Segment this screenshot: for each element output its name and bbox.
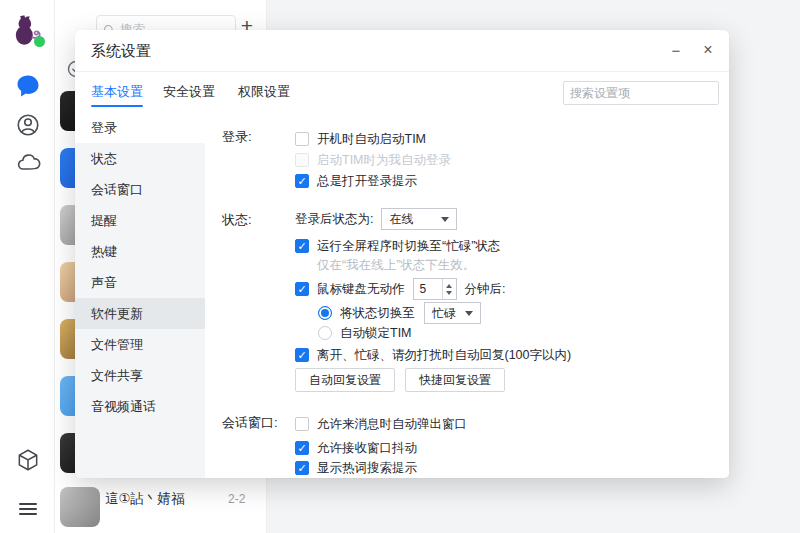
checkbox-auto-popup[interactable]	[295, 417, 309, 431]
row-idle-switch-status: 将状态切换至 忙碌	[318, 301, 481, 325]
status-dropdown[interactable]: 在线	[381, 208, 457, 230]
sidebar-item-login[interactable]: 登录	[75, 112, 205, 143]
app-window: + 這①詀丶婧福 2-2 系统设置 − × 基本设置 安全设置 权限设置	[0, 0, 800, 533]
checkbox-label: 显示热词搜索提示	[317, 460, 417, 477]
auto-reply-settings-button[interactable]: 自动回复设置	[295, 368, 395, 392]
idle-minutes-value: 5	[414, 279, 442, 299]
settings-content: 登录: 开机时自动启动TIM 启动TIM时为我自动登录 总是打开登录提示 状态:…	[205, 112, 729, 478]
arrow-down-icon[interactable]	[446, 291, 452, 295]
checkbox-hot-word[interactable]	[295, 461, 309, 475]
app-box-icon[interactable]	[0, 447, 55, 473]
busy-dropdown[interactable]: 忙碌	[424, 302, 481, 324]
checkbox-fullscreen-busy[interactable]	[295, 239, 309, 253]
online-status-dot	[34, 36, 45, 47]
checkbox-login-prompt[interactable]	[295, 174, 309, 188]
chevron-down-icon	[441, 217, 449, 222]
tab-bar: 基本设置 安全设置 权限设置	[75, 72, 729, 112]
close-button[interactable]: ×	[695, 37, 721, 63]
checkbox-label: 启动TIM时为我自动登录	[317, 152, 451, 169]
sidebar-item-status[interactable]: 状态	[75, 143, 205, 174]
busy-dropdown-value: 忙碌	[432, 305, 456, 322]
user-avatar[interactable]	[9, 11, 47, 49]
row-idle-timeout: 鼠标键盘无动作 5 分钟后:	[295, 277, 505, 301]
checkbox-label: 总是打开登录提示	[317, 173, 417, 190]
cloud-icon[interactable]	[0, 150, 55, 176]
checkbox-label: 允许接收窗口抖动	[317, 440, 417, 457]
arrow-up-icon[interactable]	[446, 284, 452, 288]
app-sidebar	[0, 0, 55, 533]
row-after-login-status: 登录后状态为: 在线	[295, 207, 457, 231]
section-label-login: 登录:	[222, 128, 252, 146]
dialog-title: 系统设置	[91, 42, 151, 61]
settings-dialog: 系统设置 − × 基本设置 安全设置 权限设置 登录 状态 会话窗口 提醒 热键…	[75, 30, 729, 478]
tab-security-settings[interactable]: 安全设置	[163, 72, 215, 112]
radio-switch-status[interactable]	[318, 306, 332, 320]
section-label-status: 状态:	[222, 211, 252, 229]
menu-icon[interactable]	[0, 500, 55, 518]
chevron-down-icon	[465, 311, 473, 316]
contacts-icon[interactable]	[0, 112, 55, 138]
checkbox-label: 允许来消息时自动弹出窗口	[317, 416, 467, 433]
list-item-name[interactable]: 這①詀丶婧福	[105, 490, 185, 508]
row-auto-popup: 允许来消息时自动弹出窗口	[295, 414, 467, 434]
contact-avatar[interactable]	[60, 487, 100, 527]
row-idle-lock: 自动锁定TIM	[318, 323, 412, 343]
tab-permission-settings[interactable]: 权限设置	[238, 72, 290, 112]
settings-nav: 登录 状态 会话窗口 提醒 热键 声音 软件更新 文件管理 文件共享 音视频通话	[75, 112, 205, 478]
checkbox-auto-login[interactable]	[295, 153, 309, 167]
row-auto-start: 开机时自动启动TIM	[295, 129, 426, 149]
idle-prefix-label: 鼠标键盘无动作	[317, 281, 405, 298]
checkbox-label: 运行全屏程序时切换至“忙碌”状态	[317, 238, 500, 255]
row-auto-reply: 离开、忙碌、请勿打扰时自动回复(100字以内)	[295, 345, 571, 365]
helper-text: 仅在“我在线上”状态下生效。	[317, 257, 475, 274]
sidebar-item-hotkey[interactable]: 热键	[75, 236, 205, 267]
list-item-time: 2-2	[228, 492, 245, 506]
row-auto-login: 启动TIM时为我自动登录	[295, 150, 451, 170]
radio-label: 将状态切换至	[340, 305, 415, 322]
row-login-prompt: 总是打开登录提示	[295, 171, 417, 191]
sidebar-item-chat-window[interactable]: 会话窗口	[75, 174, 205, 205]
radio-lock-tim[interactable]	[318, 326, 332, 340]
tab-basic-settings[interactable]: 基本设置	[91, 72, 143, 112]
section-label-chat-window: 会话窗口:	[222, 414, 278, 432]
dialog-body: 登录 状态 会话窗口 提醒 热键 声音 软件更新 文件管理 文件共享 音视频通话…	[75, 112, 729, 478]
settings-search-input[interactable]	[570, 86, 725, 100]
sidebar-item-reminder[interactable]: 提醒	[75, 205, 205, 236]
row-reply-buttons: 自动回复设置 快捷回复设置	[295, 367, 505, 393]
idle-minutes-stepper[interactable]: 5	[413, 278, 457, 300]
row-fullscreen-busy: 运行全屏程序时切换至“忙碌”状态	[295, 236, 500, 256]
messages-icon[interactable]	[0, 72, 55, 100]
checkbox-label: 离开、忙碌、请勿打扰时自动回复(100字以内)	[317, 347, 571, 364]
checkbox-auto-start[interactable]	[295, 132, 309, 146]
checkbox-auto-reply[interactable]	[295, 348, 309, 362]
sidebar-item-av-call[interactable]: 音视频通话	[75, 391, 205, 422]
settings-search-box[interactable]	[563, 81, 719, 105]
checkbox-window-shake[interactable]	[295, 441, 309, 455]
quick-reply-settings-button[interactable]: 快捷回复设置	[405, 368, 505, 392]
minimize-button[interactable]: −	[663, 37, 689, 63]
status-dropdown-value: 在线	[389, 211, 413, 228]
dialog-header: 系统设置 − ×	[75, 30, 729, 72]
checkbox-idle[interactable]	[295, 282, 309, 296]
stepper-arrows[interactable]	[442, 279, 456, 299]
radio-label: 自动锁定TIM	[340, 325, 412, 342]
sidebar-item-file-sharing[interactable]: 文件共享	[75, 360, 205, 391]
after-login-label: 登录后状态为:	[295, 211, 373, 228]
checkbox-label: 开机时自动启动TIM	[317, 131, 426, 148]
row-fullscreen-note: 仅在“我在线上”状态下生效。	[317, 255, 475, 275]
sidebar-item-file-management[interactable]: 文件管理	[75, 329, 205, 360]
row-hot-word: 显示热词搜索提示	[295, 458, 417, 478]
idle-suffix-label: 分钟后:	[465, 281, 506, 298]
sidebar-item-software-update[interactable]: 软件更新	[75, 298, 205, 329]
sidebar-item-sound[interactable]: 声音	[75, 267, 205, 298]
row-window-shake: 允许接收窗口抖动	[295, 438, 417, 458]
